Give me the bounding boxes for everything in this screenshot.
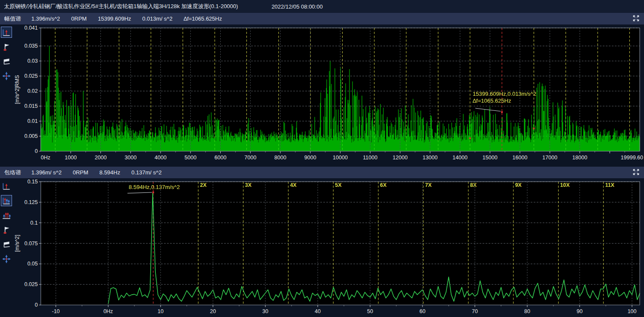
axis-tick-label: 60 <box>419 308 425 314</box>
flag-marker-icon <box>2 42 11 52</box>
flag-marker-icon <box>2 225 11 235</box>
single-cursor-icon <box>2 27 11 37</box>
band-marker-icon <box>2 57 11 66</box>
band-marker-icon <box>2 240 11 249</box>
harmonic-label: 8X <box>470 182 477 188</box>
axis-tick-label: 15000 <box>483 155 498 161</box>
axis-tick-label: 7000 <box>244 155 256 161</box>
envelope-panel-title: 包络谱 <box>4 169 21 177</box>
axis-tick-label: 0.02 <box>27 88 38 94</box>
y-axis-title: [m/s^2] <box>14 235 20 252</box>
vibration-analysis-app: 太原钢铁/冷轧硅钢厂/酸连轧作业区/5#主轧机/齿轮箱1轴输入端3H/128k … <box>0 0 644 317</box>
sideband-cursor-icon <box>2 210 11 220</box>
axis-tick-label: 40 <box>315 308 321 314</box>
band-marker-button[interactable] <box>1 56 12 67</box>
axis-tick-label: 3000 <box>125 155 137 161</box>
sideband-marker[interactable] <box>469 137 471 139</box>
amplitude-panel-title: 幅值谱 <box>4 15 21 23</box>
axis-tick-label: 6000 <box>215 155 227 161</box>
axis-tick-label: 18000 <box>572 155 587 161</box>
axis-tick-label: 80 <box>524 308 530 314</box>
overall-rms-value: 1.396m/s^2 <box>31 15 60 22</box>
axis-tick-label: 0.05 <box>27 261 38 267</box>
envelope-spectrum-chart[interactable]: 2X3X4X5X6X7X8X9X10X11X8.594Hz,0.137m/s^2… <box>13 178 644 317</box>
axis-tick-label: 0.1 <box>30 220 38 226</box>
title-bar: 太原钢铁/冷轧硅钢厂/酸连轧作业区/5#主轧机/齿轮箱1轴输入端3H/128k … <box>0 0 644 13</box>
axis-tick-label: 0.125 <box>24 199 38 205</box>
measurement-datetime: 2022/12/05 08:00:00 <box>271 3 322 10</box>
axis-tick-label: 14000 <box>453 155 468 161</box>
single-cursor-icon <box>2 181 11 191</box>
axis-tick-label: 30 <box>262 308 268 314</box>
axis-tick-label: 20 <box>210 308 216 314</box>
expand-button[interactable] <box>632 15 640 23</box>
harmonic-label: 6X <box>380 182 387 188</box>
envelope-panel-body: 2X3X4X5X6X7X8X9X10X11X8.594Hz,0.137m/s^2… <box>0 178 644 317</box>
axis-tick-label: 0.075 <box>24 241 38 247</box>
cursor-annotation: 15399.609Hz,0.013m/s^2 <box>473 91 536 97</box>
envelope-toolbar <box>0 178 13 317</box>
harmonic-label: 3X <box>245 182 252 188</box>
amplitude-chart-area: 15399.609Hz,0.013m/s^2∆f=1065.625Hz0Hz10… <box>13 24 644 167</box>
single-cursor-button[interactable] <box>1 180 12 192</box>
axis-tick-label: 0.025 <box>24 73 38 79</box>
harmonic-label: 5X <box>335 182 342 188</box>
harmonic-label: 9X <box>515 182 522 188</box>
overall-rms-value: 1.396m/ s^2 <box>31 169 61 176</box>
pan-move-icon <box>2 71 11 81</box>
amplitude-toolbar <box>0 24 13 167</box>
y-axis-title: [m/s^2]RMS <box>14 75 20 104</box>
axis-tick-label: 11000 <box>363 155 377 161</box>
harmonic-cursor-icon <box>2 196 11 205</box>
axis-tick-label: 100 <box>628 308 637 314</box>
rpm-value: 0RPM <box>73 169 88 176</box>
axis-tick-label: 17000 <box>542 155 557 161</box>
axis-tick-label: 2000 <box>95 155 107 161</box>
axis-tick-label: 0.041 <box>24 25 38 31</box>
cursor-marker[interactable] <box>501 111 503 113</box>
cursor-frequency-value: 15399.609Hz <box>98 15 131 22</box>
axis-tick-label: 4000 <box>155 155 167 161</box>
amplitude-spectrum-chart[interactable]: 15399.609Hz,0.013m/s^2∆f=1065.625Hz0Hz10… <box>13 24 644 167</box>
axis-tick-label: 5000 <box>185 155 197 161</box>
single-cursor-button[interactable] <box>1 27 12 38</box>
axis-tick-label: 0.015 <box>24 103 38 109</box>
pan-move-button[interactable] <box>1 70 12 82</box>
envelope-panel-header: 包络谱 1.396m/ s^2 0RPM 8.594Hz 0.137m/ s^2 <box>0 167 644 178</box>
axis-tick-label: 13000 <box>422 155 437 161</box>
pan-move-icon <box>2 254 11 264</box>
axis-tick-label: 12000 <box>393 155 408 161</box>
expand-icon <box>632 15 640 23</box>
pan-move-button[interactable] <box>1 253 12 265</box>
band-marker-button[interactable] <box>1 239 12 250</box>
axis-tick-label: 0.025 <box>24 281 38 287</box>
x-axis-end-label: 19999.60 <box>621 155 643 161</box>
flag-marker-button[interactable] <box>1 224 12 235</box>
axis-tick-label: 10 <box>158 308 164 314</box>
rpm-value: 0RPM <box>71 15 87 22</box>
axis-tick-label: 0 <box>35 148 38 154</box>
axis-tick-label: 0.005 <box>24 133 38 139</box>
harmonic-label: 10X <box>560 182 570 188</box>
measurement-path: 太原钢铁/冷轧硅钢厂/酸连轧作业区/5#主轧机/齿轮箱1轴输入端3H/128k … <box>4 3 238 10</box>
harmonic-label: 4X <box>290 182 297 188</box>
cursor-amplitude-value: 0.013m/ s^2 <box>142 15 172 22</box>
sideband-marker[interactable] <box>533 128 535 129</box>
envelope-chart-area: 2X3X4X5X6X7X8X9X10X11X8.594Hz,0.137m/s^2… <box>13 178 644 317</box>
axis-tick-label: 0.15 <box>27 179 38 185</box>
harmonic-cursor-button[interactable] <box>1 195 12 206</box>
axis-tick-label: 0Hz <box>41 155 50 161</box>
sideband-cursor-button[interactable] <box>1 210 12 221</box>
flag-marker-button[interactable] <box>1 41 12 52</box>
amplitude-panel-body: 15399.609Hz,0.013m/s^2∆f=1065.625Hz0Hz10… <box>0 24 644 167</box>
axis-tick-label: 9000 <box>304 155 316 161</box>
expand-button[interactable] <box>632 168 640 177</box>
harmonic-label: 11X <box>605 182 614 188</box>
harmonic-label: 2X <box>200 182 207 188</box>
axis-tick-label: 10000 <box>333 155 348 161</box>
axis-tick-label: 70 <box>472 308 478 314</box>
cursor-marker[interactable] <box>152 192 154 193</box>
cursor-annotation: 8.594Hz,0.137m/s^2 <box>129 184 180 190</box>
axis-tick-label: 0.035 <box>24 43 38 49</box>
axis-tick-label: 1000 <box>65 155 77 161</box>
